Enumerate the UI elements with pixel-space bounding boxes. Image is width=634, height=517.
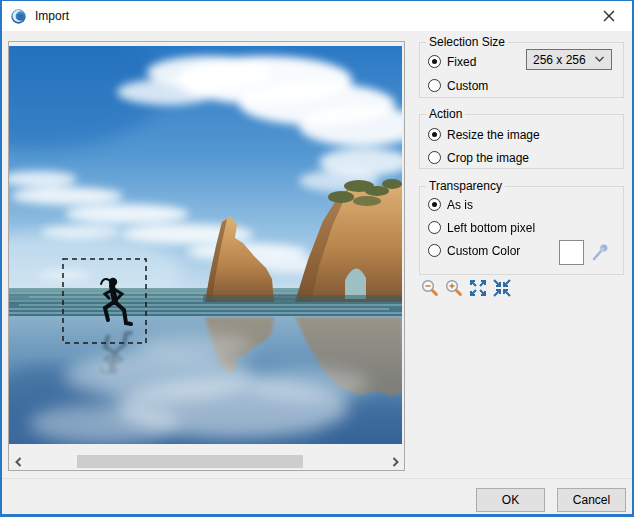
horizontal-scrollbar[interactable] — [9, 453, 404, 470]
scroll-left-icon — [15, 457, 22, 467]
transparency-legend: Transparency — [426, 179, 505, 193]
scroll-right-button[interactable] — [389, 456, 401, 467]
radio-crop-label: Crop the image — [447, 151, 529, 165]
size-select[interactable]: 256 x 256 — [526, 49, 612, 70]
radio-resize-label: Resize the image — [447, 128, 540, 142]
zoom-out-icon[interactable] — [421, 279, 439, 297]
radio-resize[interactable]: Resize the image — [428, 127, 540, 142]
radio-as-is-label: As is — [447, 198, 473, 212]
zoom-in-icon[interactable] — [445, 279, 463, 297]
app-icon — [10, 8, 27, 25]
radio-left-bottom-pixel-control[interactable] — [428, 221, 441, 234]
radio-custom-label: Custom — [447, 79, 488, 93]
zoom-toolbar — [421, 279, 511, 297]
radio-custom-control[interactable] — [428, 79, 441, 92]
image-preview[interactable] — [9, 46, 402, 444]
action-group: Action Resize the image Crop the image — [419, 114, 624, 169]
close-button[interactable] — [588, 1, 630, 30]
scrollbar-thumb[interactable] — [77, 455, 303, 468]
cancel-button[interactable]: Cancel — [557, 488, 626, 512]
scroll-right-icon — [392, 457, 399, 467]
radio-left-bottom-pixel[interactable]: Left bottom pixel — [428, 220, 535, 235]
size-select-value: 256 x 256 — [533, 53, 590, 67]
radio-resize-control[interactable] — [428, 128, 441, 141]
radio-fixed-control[interactable] — [428, 55, 441, 68]
radio-as-is-control[interactable] — [428, 198, 441, 211]
close-icon — [603, 10, 615, 22]
import-dialog: Import — [0, 0, 634, 517]
radio-fixed[interactable]: Fixed — [428, 54, 476, 69]
window-title: Import — [35, 9, 69, 23]
selection-size-legend: Selection Size — [426, 35, 508, 49]
image-preview-pane — [8, 41, 405, 471]
dropdown-chevron-icon — [594, 56, 605, 63]
footer-separator — [2, 478, 632, 479]
radio-as-is[interactable]: As is — [428, 197, 473, 212]
scroll-left-button[interactable] — [12, 456, 24, 467]
radio-custom-color[interactable]: Custom Color — [428, 243, 520, 258]
zoom-shrink-icon[interactable] — [493, 279, 511, 297]
titlebar: Import — [2, 1, 632, 31]
radio-fixed-label: Fixed — [447, 55, 476, 69]
radio-custom-color-label: Custom Color — [447, 244, 520, 258]
zoom-fit-icon[interactable] — [469, 279, 487, 297]
selection-size-group: Selection Size Fixed 256 x 256 Custom — [419, 42, 624, 98]
action-legend: Action — [426, 107, 465, 121]
ok-button[interactable]: OK — [476, 488, 545, 512]
radio-custom-color-control[interactable] — [428, 244, 441, 257]
radio-left-bottom-pixel-label: Left bottom pixel — [447, 221, 535, 235]
custom-color-swatch[interactable] — [559, 240, 584, 265]
radio-crop-control[interactable] — [428, 151, 441, 164]
color-picker-icon[interactable] — [590, 242, 609, 262]
radio-custom[interactable]: Custom — [428, 78, 488, 93]
radio-crop[interactable]: Crop the image — [428, 150, 529, 165]
transparency-group: Transparency As is Left bottom pixel Cus… — [419, 186, 624, 275]
